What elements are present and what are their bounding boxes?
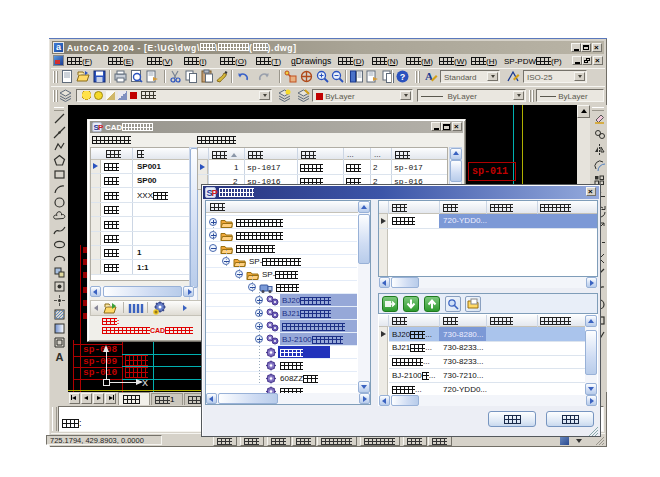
svg-text:?: ?	[400, 72, 406, 82]
svg-text:A: A	[56, 351, 64, 363]
